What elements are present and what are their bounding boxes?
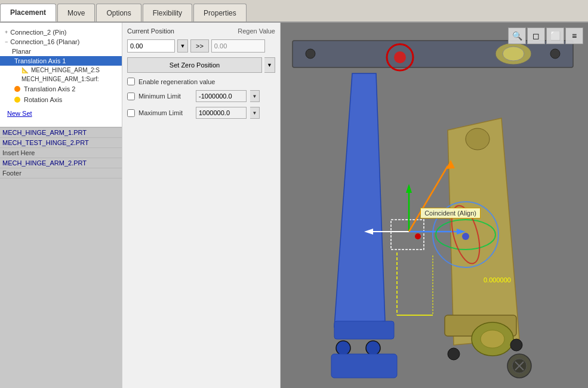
tree-translation-axis-2[interactable]: Translation Axis 2 <box>0 84 122 94</box>
regen-value-input[interactable] <box>211 39 265 53</box>
max-limit-label: Maximum Limit <box>138 109 192 116</box>
tree-translation-axis-1[interactable]: Translation Axis 1 <box>0 56 122 66</box>
arrow-button[interactable]: >> <box>190 39 209 53</box>
frame-button[interactable]: ⬜ <box>546 27 564 44</box>
file-item-insert[interactable]: Insert Here <box>0 148 122 158</box>
file-list: MECH_HINGE_ARM_1.PRT MECH_TEST_HINGE_2.P… <box>0 127 122 388</box>
svg-point-7 <box>394 51 406 63</box>
tree-ref1[interactable]: 📐 MECH_HINGE_ARM_2:S <box>0 66 122 75</box>
svg-point-3 <box>550 49 560 58</box>
expand-icon-connection16[interactable]: − <box>5 39 8 45</box>
more-button[interactable]: ≡ <box>565 27 583 44</box>
main-layout: + Connection_2 (Pin) − Connection_16 (Pl… <box>0 23 588 388</box>
svg-point-10 <box>366 341 380 355</box>
view-button[interactable]: ◻ <box>527 27 545 44</box>
max-limit-row: Maximum Limit ▼ <box>127 107 275 119</box>
position-dropdown-btn[interactable]: ▼ <box>177 39 188 53</box>
right-config-panel: Current Position Regen Value ▼ >> Set Ze… <box>122 23 281 388</box>
tree-section: + Connection_2 (Pin) − Connection_16 (Pl… <box>0 23 122 127</box>
3d-viewport[interactable]: 🔍 ◻ ⬜ ≡ <box>281 23 588 388</box>
min-limit-row: Minimum Limit ▼ <box>127 90 275 102</box>
svg-rect-0 <box>281 23 588 388</box>
svg-point-5 <box>503 47 524 61</box>
svg-rect-8 <box>334 321 394 339</box>
tab-move[interactable]: Move <box>57 4 95 21</box>
max-limit-checkbox[interactable] <box>127 109 135 117</box>
min-limit-input[interactable] <box>196 90 247 102</box>
min-limit-checkbox[interactable] <box>127 93 135 100</box>
max-limit-input[interactable] <box>196 107 247 119</box>
svg-point-17 <box>510 339 522 351</box>
measurement-label: 0.000000 <box>484 276 511 284</box>
svg-point-31 <box>415 233 421 239</box>
min-limit-label: Minimum Limit <box>138 93 192 100</box>
search-view-button[interactable]: 🔍 <box>508 27 526 44</box>
config-header-row: Current Position Regen Value <box>127 27 275 35</box>
dot-orange <box>14 86 20 92</box>
min-limit-dropdown[interactable]: ▼ <box>250 90 260 102</box>
file-item-1[interactable]: MECH_TEST_HINGE_2.PRT <box>0 138 122 148</box>
new-set-link[interactable]: New Set <box>0 105 122 122</box>
svg-point-35 <box>462 233 469 240</box>
tree-connection2[interactable]: + Connection_2 (Pin) <box>0 27 122 37</box>
scene-svg <box>281 23 588 388</box>
tree-rotation-axis[interactable]: Rotation Axis <box>0 94 122 105</box>
svg-rect-11 <box>331 354 397 378</box>
tab-bar: Placement Move Options Flexibility Prope… <box>0 0 588 23</box>
tree-planar[interactable]: Planar <box>0 47 122 56</box>
ref1-icon: 📐 <box>21 67 29 73</box>
tab-flexibility[interactable]: Flexibility <box>143 4 192 21</box>
svg-point-9 <box>336 341 350 355</box>
svg-point-16 <box>448 348 460 360</box>
current-position-label: Current Position <box>127 27 174 35</box>
left-panel: + Connection_2 (Pin) − Connection_16 (Pl… <box>0 23 122 388</box>
regen-value-label: Regen Value <box>238 27 275 35</box>
coincident-label: Coincident (Align) <box>420 208 481 218</box>
set-zero-row: Set Zero Position ▼ <box>127 57 275 73</box>
enable-regen-checkbox[interactable] <box>127 78 135 85</box>
tree-connection16[interactable]: − Connection_16 (Planar) <box>0 37 122 47</box>
svg-point-2 <box>306 49 315 58</box>
file-item-3[interactable]: MECH_HINGE_ARM_2.PRT <box>0 158 122 168</box>
tab-properties[interactable]: Properties <box>193 4 247 21</box>
viewport-toolbar: 🔍 ◻ ⬜ ≡ <box>508 27 583 44</box>
svg-point-15 <box>481 330 504 348</box>
enable-regen-row: Enable regeneration value <box>127 78 275 85</box>
position-input-row: ▼ >> <box>127 39 275 53</box>
file-item-0[interactable]: MECH_HINGE_ARM_1.PRT <box>0 128 122 138</box>
tab-placement[interactable]: Placement <box>0 4 56 21</box>
current-position-input[interactable] <box>127 39 175 53</box>
dot-yellow <box>14 97 20 103</box>
file-item-footer[interactable]: Footer <box>0 168 122 178</box>
set-zero-dropdown[interactable]: ▼ <box>264 57 275 73</box>
set-zero-button[interactable]: Set Zero Position <box>127 57 262 73</box>
max-limit-dropdown[interactable]: ▼ <box>250 107 260 119</box>
svg-point-12 <box>466 128 490 150</box>
tab-options[interactable]: Options <box>96 4 141 21</box>
expand-icon-connection2[interactable]: + <box>5 29 8 35</box>
tree-ref2[interactable]: MECH_HINGE_ARM_1:Surf: <box>0 75 122 84</box>
